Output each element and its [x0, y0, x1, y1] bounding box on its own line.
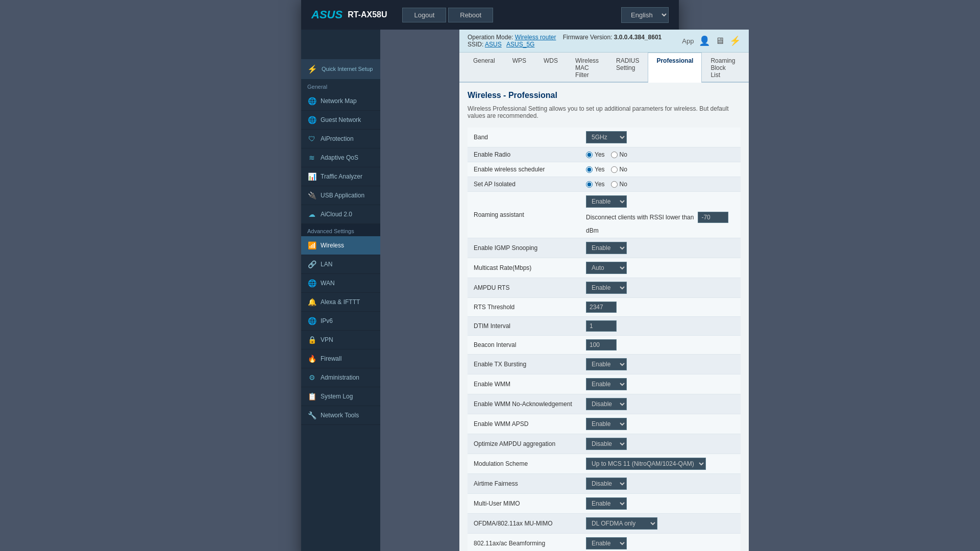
- setting-ofdma-mumimo: OFDMA/802.11ax MU-MIMO DL OFDMA only UL …: [468, 514, 741, 534]
- sidebar-item-wan[interactable]: 🌐 WAN: [301, 274, 380, 293]
- setting-igmp-snooping: Enable IGMP Snooping Enable Disable: [468, 238, 741, 258]
- sidebar-item-label: AiCloud 2.0: [321, 211, 352, 218]
- scheduler-no[interactable]: [611, 166, 618, 173]
- tab-general[interactable]: General: [464, 53, 504, 83]
- sidebar-item-usb-application[interactable]: 🔌 USB Application: [301, 186, 380, 205]
- guest-network-icon: 🌐: [307, 115, 316, 124]
- sidebar-item-guest-network[interactable]: 🌐 Guest Network: [301, 111, 380, 130]
- op-mode-value[interactable]: Wireless router: [515, 34, 556, 41]
- ssid-asus[interactable]: ASUS: [485, 41, 502, 48]
- firewall-icon: 🔥: [307, 354, 316, 363]
- ssid-asus5g[interactable]: ASUS_5G: [506, 41, 534, 48]
- lan-icon: 🔗: [307, 260, 316, 269]
- sidebar-item-system-log[interactable]: 📋 System Log: [301, 387, 380, 406]
- roaming-rssi-input[interactable]: [698, 212, 728, 223]
- sidebar-item-alexa[interactable]: 🔔 Alexa & IFTTT: [301, 293, 380, 312]
- radio-no-label[interactable]: No: [611, 151, 627, 158]
- tab-wps[interactable]: WPS: [504, 53, 535, 83]
- quick-setup-button[interactable]: ⚡ Quick Internet Setup: [301, 59, 380, 80]
- scheduler-yes[interactable]: [586, 166, 593, 173]
- setting-label: Enable TX Bursting: [468, 355, 580, 374]
- optimize-ampdu-select[interactable]: Disable Enable: [586, 438, 627, 450]
- setting-mu-mimo: Multi-User MIMO Enable Disable: [468, 494, 741, 514]
- wmm-no-ack-select[interactable]: Disable Enable: [586, 398, 627, 410]
- setting-wmm: Enable WMM Enable Disable: [468, 374, 741, 394]
- sidebar-item-label: Guest Network: [321, 116, 361, 123]
- language-selector: English: [621, 7, 669, 23]
- sidebar-item-ipv6[interactable]: 🌐 IPv6: [301, 312, 380, 331]
- tab-mac-filter[interactable]: Wireless MAC Filter: [567, 53, 607, 83]
- sidebar-item-adaptive-qos[interactable]: ≋ Adaptive QoS: [301, 148, 380, 167]
- rts-threshold-input[interactable]: [586, 302, 617, 313]
- beacon-interval-input[interactable]: [586, 339, 617, 350]
- airtime-fairness-select[interactable]: Disable Enable: [586, 478, 627, 490]
- sidebar-item-label: Alexa & IFTTT: [321, 298, 360, 306]
- asus-logo: ASUS: [311, 8, 342, 21]
- ap-no[interactable]: [611, 181, 618, 188]
- network-tools-icon: 🔧: [307, 411, 316, 420]
- reboot-button[interactable]: Reboot: [448, 8, 493, 22]
- firmware-label: Firmware Version:: [563, 34, 612, 41]
- sidebar-item-administration[interactable]: ⚙ Administration: [301, 368, 380, 387]
- scheduler-no-label[interactable]: No: [611, 166, 627, 173]
- language-dropdown[interactable]: English: [621, 7, 669, 23]
- panel-description: Wireless Professional Setting allows you…: [468, 105, 741, 119]
- sidebar-item-traffic-analyzer[interactable]: 📊 Traffic Analyzer: [301, 167, 380, 186]
- ap-yes-label[interactable]: Yes: [586, 181, 605, 188]
- sidebar-item-aicloud[interactable]: ☁ AiCloud 2.0: [301, 205, 380, 224]
- panel-title: Wireless - Professional: [468, 91, 741, 100]
- tx-bursting-select[interactable]: Enable Disable: [586, 358, 627, 370]
- advanced-section-title: Advanced Settings: [301, 224, 380, 236]
- sidebar-item-vpn[interactable]: 🔒 VPN: [301, 331, 380, 349]
- scheduler-yes-label[interactable]: Yes: [586, 166, 605, 173]
- setting-enable-radio: Enable Radio Yes No: [468, 147, 741, 162]
- network-map-icon: 🌐: [307, 96, 316, 106]
- modulation-scheme-select[interactable]: Up to MCS 11 (NitroQAM/1024-QAM) Up to M…: [586, 458, 706, 470]
- radio-yes-label[interactable]: Yes: [586, 151, 605, 158]
- band-select[interactable]: 5GHz 2.4GHz: [586, 131, 627, 143]
- wmm-select[interactable]: Enable Disable: [586, 378, 627, 390]
- usb-icon[interactable]: ⚡: [729, 35, 741, 46]
- igmp-snooping-select[interactable]: Enable Disable: [586, 242, 627, 254]
- radio-no[interactable]: [611, 152, 618, 158]
- ap-isolated-group: Yes No: [586, 181, 734, 188]
- setting-wireless-scheduler: Enable wireless scheduler Yes No: [468, 162, 741, 177]
- sidebar-item-label: USB Application: [321, 192, 364, 199]
- sidebar-item-network-map[interactable]: 🌐 Network Map: [301, 92, 380, 111]
- setting-modulation-scheme: Modulation Scheme Up to MCS 11 (NitroQAM…: [468, 454, 741, 474]
- wmm-apsd-select[interactable]: Enable Disable: [586, 418, 627, 430]
- setting-band: Band 5GHz 2.4GHz: [468, 128, 741, 147]
- mu-mimo-select[interactable]: Enable Disable: [586, 497, 627, 510]
- sidebar-item-wireless[interactable]: 📶 Wireless: [301, 236, 380, 255]
- aicloud-icon: ☁: [307, 210, 316, 219]
- roaming-assistant-select[interactable]: Enable Disable: [586, 195, 627, 208]
- monitor-icon[interactable]: 🖥: [715, 36, 724, 46]
- setting-label: RTS Threshold: [468, 298, 580, 317]
- sidebar-item-lan[interactable]: 🔗 LAN: [301, 255, 380, 274]
- beamforming-select[interactable]: Enable Disable: [586, 537, 627, 549]
- ampdu-rts-select[interactable]: Enable Disable: [586, 282, 627, 294]
- app-icon[interactable]: 👤: [699, 35, 710, 46]
- setting-label: Enable WMM: [468, 374, 580, 394]
- tab-professional[interactable]: Professional: [648, 53, 702, 83]
- info-icons: App 👤 🖥 ⚡: [682, 35, 741, 46]
- setting-tx-bursting: Enable TX Bursting Enable Disable: [468, 355, 741, 374]
- ap-no-label[interactable]: No: [611, 181, 627, 188]
- sidebar-item-firewall[interactable]: 🔥 Firewall: [301, 349, 380, 368]
- logout-button[interactable]: Logout: [402, 8, 446, 22]
- sidebar-item-label: LAN: [321, 261, 332, 268]
- setting-label: Multi-User MIMO: [468, 494, 580, 514]
- tab-roaming[interactable]: Roaming Block List: [702, 53, 744, 83]
- setting-label: Enable WMM No-Acknowledgement: [468, 394, 580, 414]
- tab-wds[interactable]: WDS: [535, 53, 567, 83]
- ofdma-mumimo-select[interactable]: DL OFDMA only UL OFDMA only DL+UL OFDMA …: [586, 517, 657, 530]
- radio-yes[interactable]: [586, 152, 593, 158]
- tab-radius[interactable]: RADIUS Setting: [607, 53, 648, 83]
- setting-label: Airtime Fairness: [468, 474, 580, 494]
- multicast-rate-select[interactable]: Auto 1 2: [586, 262, 627, 274]
- sidebar-item-aiprotection[interactable]: 🛡 AiProtection: [301, 130, 380, 148]
- sidebar-item-label: System Log: [321, 393, 353, 400]
- dtim-interval-input[interactable]: [586, 320, 617, 332]
- ap-yes[interactable]: [586, 181, 593, 188]
- sidebar-item-network-tools[interactable]: 🔧 Network Tools: [301, 406, 380, 425]
